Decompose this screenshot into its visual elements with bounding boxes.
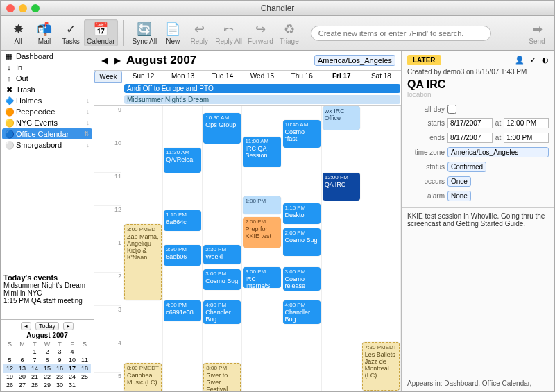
sidebar-item-out[interactable]: ↑Out	[1, 73, 94, 84]
calendar-event[interactable]: 2:30 PM6aeb06	[164, 245, 201, 266]
day-header[interactable]: Sun 12	[123, 71, 163, 83]
sidebar-item-in[interactable]: ↓In	[1, 62, 94, 73]
mini-day[interactable]: 6	[16, 356, 28, 364]
mini-day[interactable]: 13	[16, 364, 28, 373]
calendar-event[interactable]: 2:00 PMPrep for KKIE test	[243, 217, 280, 248]
next-week-button[interactable]: ▶	[113, 56, 122, 65]
send-button[interactable]: ➡ Send	[524, 19, 550, 46]
status-combo[interactable]: Confirmed	[447, 162, 486, 172]
search-field[interactable]	[311, 26, 491, 41]
calendar-event[interactable]: 8:00 PMEDTCaribbea Music (LC)	[124, 363, 162, 391]
mini-day[interactable]: 29	[41, 381, 53, 389]
day-header[interactable]: Fri 17	[322, 71, 361, 83]
calendar-event[interactable]: 8:00 PMRiver to River Festival Movie Nig…	[203, 363, 241, 391]
today-event[interactable]: Midsummer Night's Dream	[3, 282, 91, 289]
timezone-selector[interactable]: America/Los_Angeles	[314, 55, 395, 66]
sidebar-item-holmes[interactable]: 🔷Holmes↓	[1, 95, 94, 106]
end-date-input[interactable]	[447, 133, 493, 143]
reply-all-button[interactable]: ⤺Reply All	[212, 19, 245, 46]
calendar-event[interactable]: 3:00 PMCosmo release	[283, 267, 321, 291]
sidebar-item-peepeedee[interactable]: 🟠Peepeedee↓	[1, 106, 94, 117]
start-date-input[interactable]	[447, 118, 493, 128]
time-grid[interactable]: 910111212345678 3:00 PMEDTZap Mama, Ange…	[94, 106, 401, 391]
calendar-event[interactable]: 3:00 PMEDTZap Mama, Angeliqu Kidjo & K'N…	[124, 224, 162, 300]
timezone-combo[interactable]: America/Los_Angeles	[447, 147, 549, 157]
calendar-event[interactable]: 1:15 PM6a864c	[164, 210, 201, 231]
mini-day[interactable]: 26	[3, 381, 16, 389]
mini-day[interactable]: 12	[3, 364, 16, 373]
calendar-event[interactable]: 2:00 PMCosmo Bug	[283, 228, 321, 256]
reply-button[interactable]: ↩Reply	[186, 19, 212, 46]
day-header[interactable]: Thu 16	[282, 71, 322, 83]
mode-mail-button[interactable]: 📬Mail	[31, 19, 58, 46]
day-header[interactable]: Sat 18	[361, 71, 401, 83]
mini-day[interactable]	[78, 381, 91, 389]
start-time-input[interactable]	[504, 118, 549, 128]
mini-day[interactable]: 2	[41, 348, 53, 356]
search-input[interactable]	[311, 26, 491, 41]
mini-day[interactable]	[16, 348, 28, 356]
prev-week-button[interactable]: ◀	[100, 56, 109, 65]
mini-day[interactable]: 14	[28, 364, 41, 373]
calendar-event[interactable]: 11:30 AMQA/Relea	[164, 148, 201, 173]
week-label[interactable]: Week	[94, 71, 122, 83]
day-column[interactable]: 7:30 PMEDTLes Ballets Jazz de Montreal (…	[361, 106, 401, 391]
mode-calendar-button[interactable]: 📅Calendar	[84, 19, 118, 46]
mini-day[interactable]: 18	[78, 364, 91, 373]
sidebar-item-trash[interactable]: ✖Trash	[1, 84, 94, 95]
alarm-combo[interactable]: None	[447, 191, 471, 201]
mini-day[interactable]	[3, 348, 16, 356]
mini-day[interactable]: 24	[66, 373, 78, 381]
notes-area[interactable]: KKIE test session in Whoville. Going thr…	[402, 207, 554, 375]
day-column[interactable]: wx IRC Office12:00 PMQA IRC	[322, 106, 361, 391]
day-column[interactable]: 10:45 AMCosmo "fast1:15 PMDeskto2:00 PMC…	[282, 106, 322, 391]
mini-day[interactable]: 28	[28, 381, 41, 389]
calendar-event[interactable]: 12:00 PMQA IRC	[323, 173, 360, 201]
mini-day[interactable]: 19	[3, 373, 16, 381]
mini-today[interactable]: Today	[35, 322, 59, 330]
mini-day[interactable]: 11	[78, 356, 91, 364]
mini-day[interactable]: 5	[3, 356, 16, 364]
calendar-event[interactable]: 7:30 PMEDTLes Ballets Jazz de Montreal (…	[362, 342, 400, 391]
mini-prev[interactable]: ◂	[21, 322, 31, 330]
mini-day[interactable]: 17	[66, 364, 78, 373]
end-time-input[interactable]	[504, 133, 549, 143]
day-header[interactable]: Tue 14	[203, 71, 242, 83]
event-title[interactable]: QA IRC	[407, 78, 549, 91]
calendar-event[interactable]: 11:00 AMIRC QA Session	[243, 137, 280, 167]
check-icon[interactable]: ✓	[530, 56, 536, 65]
mini-day[interactable]: 10	[66, 356, 78, 364]
sidebar-item-office-calendar[interactable]: 🔵Office Calendar⇅	[2, 128, 92, 139]
mini-day[interactable]: 23	[53, 373, 66, 381]
mini-day[interactable]: 20	[16, 373, 28, 381]
mini-day[interactable]: 1	[28, 348, 41, 356]
calendar-event[interactable]: 10:45 AMCosmo "fast	[283, 120, 321, 148]
mini-next[interactable]: ▸	[63, 322, 74, 330]
mini-day[interactable]: 22	[41, 373, 53, 381]
triage-button[interactable]: ♻Triage	[276, 19, 302, 46]
triage-later-badge[interactable]: LATER	[407, 55, 441, 65]
occurs-combo[interactable]: Once	[447, 176, 471, 187]
moon-icon[interactable]: ◐	[542, 56, 549, 65]
calendar-event[interactable]: 3:00 PMCosmo Bug	[203, 269, 241, 290]
calendar-event[interactable]: 4:00 PMc6991e38	[164, 300, 201, 321]
calendar-event[interactable]: 10:30 AMOps Group	[203, 113, 241, 144]
mini-day[interactable]: 30	[53, 381, 66, 389]
mini-day[interactable]: 21	[28, 373, 41, 381]
mini-day[interactable]: 27	[16, 381, 28, 389]
mini-day[interactable]: 16	[53, 364, 66, 373]
allday-event[interactable]: Midsummer Night's Dream	[124, 95, 400, 104]
location-field[interactable]: location	[407, 91, 549, 99]
person-icon[interactable]: 👤	[515, 56, 524, 65]
sidebar-item-smorgasbord[interactable]: ⚪Smorgasbord↓	[1, 139, 94, 151]
close-icon[interactable]	[6, 4, 15, 12]
sync-all-button[interactable]: 🔄Sync All	[130, 19, 160, 46]
today-event[interactable]: Mimi in NYC	[3, 289, 91, 297]
allday-event[interactable]: Andi Off to Europe and PTO	[124, 84, 400, 93]
mini-day[interactable]: 3	[53, 348, 66, 356]
zoom-icon[interactable]	[31, 4, 40, 12]
mini-day[interactable]: 7	[28, 356, 41, 364]
day-header[interactable]: Wed 15	[242, 71, 282, 83]
calendar-event[interactable]: 4:00 PMChandler Bug	[283, 300, 321, 324]
calendar-event[interactable]: 1:15 PMDeskto	[283, 203, 321, 224]
